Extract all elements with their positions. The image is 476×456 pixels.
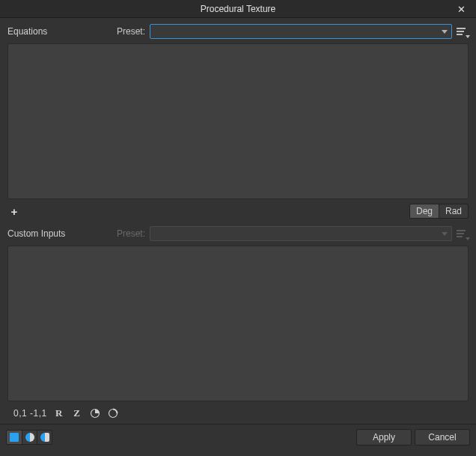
color-mode-split[interactable] — [22, 431, 37, 444]
custom-preset-dropdown — [150, 226, 452, 241]
add-equation-button[interactable]: + — [7, 204, 21, 218]
close-button[interactable]: ✕ — [451, 0, 472, 18]
chevron-down-icon — [442, 232, 448, 236]
circle-outline-icon[interactable] — [107, 407, 119, 419]
apply-button[interactable]: Apply — [356, 429, 412, 446]
color-mode-alt[interactable] — [37, 431, 52, 444]
z-button[interactable]: Z — [71, 407, 83, 419]
color-mode-solid[interactable] — [7, 431, 22, 444]
footer: Apply Cancel — [0, 424, 476, 449]
color-mode-group — [6, 430, 52, 445]
plus-icon: + — [11, 205, 18, 218]
split-swatch-icon — [25, 433, 34, 442]
equations-label: Equations — [7, 26, 112, 37]
angle-rad-button[interactable]: Rad — [439, 204, 469, 219]
solid-swatch-icon — [10, 433, 19, 442]
cancel-button[interactable]: Cancel — [415, 429, 470, 446]
custom-inputs-panel — [7, 246, 469, 401]
equations-preset-menu-icon[interactable] — [457, 25, 469, 37]
custom-inputs-label: Custom Inputs — [7, 228, 112, 239]
custom-inputs-header: Custom Inputs Preset: — [7, 226, 469, 241]
status-row: 0,1 -1,1 R Z — [7, 401, 469, 424]
close-icon: ✕ — [457, 4, 466, 15]
circle-filled-icon[interactable] — [89, 407, 101, 419]
equations-toolbar: + Deg Rad — [7, 204, 469, 219]
angle-unit-toggle: Deg Rad — [409, 204, 469, 219]
window-title: Procedural Texture — [201, 4, 276, 14]
status-range: 0,1 -1,1 — [13, 408, 47, 419]
chevron-down-icon — [442, 30, 448, 34]
equations-header: Equations Preset: — [7, 24, 469, 39]
equations-preset-dropdown[interactable] — [150, 24, 452, 39]
r-button[interactable]: R — [53, 407, 65, 419]
custom-preset-label: Preset: — [117, 228, 145, 239]
custom-preset-menu-icon — [457, 228, 469, 240]
equations-preset-label: Preset: — [117, 26, 145, 37]
alt-swatch-icon — [40, 433, 49, 442]
angle-deg-button[interactable]: Deg — [409, 204, 439, 219]
equations-panel — [7, 43, 469, 199]
title-bar: Procedural Texture ✕ — [0, 0, 476, 18]
